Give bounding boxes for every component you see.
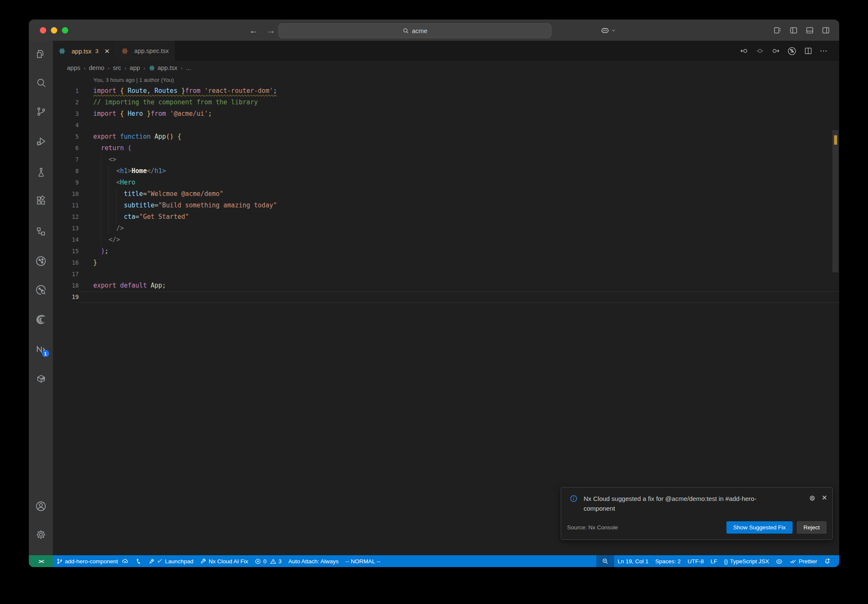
minimize-window-button[interactable] [51, 27, 57, 34]
search-icon [403, 28, 409, 34]
notification-settings-gear-icon[interactable] [809, 495, 816, 502]
line-number: 1 [53, 85, 79, 97]
zoom-out-item[interactable] [596, 555, 614, 567]
copilot-status-item[interactable] [772, 555, 786, 567]
run-target-icon[interactable] [787, 46, 797, 56]
show-suggested-fix-button[interactable]: Show Suggested Fix [726, 521, 793, 534]
tab-label: app.spec.tsx [134, 48, 169, 54]
code-line[interactable]: 18export default App; [53, 280, 839, 291]
code-content: title="Welcmoe @acme/demo" [79, 188, 839, 200]
encoding-item[interactable]: UTF-8 [684, 555, 707, 567]
code-line[interactable]: 13 /> [53, 223, 839, 234]
code-line[interactable]: 10 title="Welcmoe @acme/demo" [53, 188, 839, 200]
breadcrumb-item[interactable]: apps [67, 64, 80, 71]
code-line[interactable]: 15 ); [53, 246, 839, 257]
scrollbar-thumb[interactable] [832, 130, 838, 272]
notifications-bell-item[interactable] [821, 555, 839, 567]
navigate-back-icon[interactable]: ← [249, 26, 258, 35]
line-number: 2 [53, 97, 79, 108]
git-graph-item[interactable] [132, 555, 145, 567]
code-line[interactable]: 9 <Hero [53, 177, 839, 188]
testing-icon[interactable] [35, 166, 47, 178]
line-number: 3 [53, 108, 79, 120]
code-editor[interactable]: You, 3 hours ago | 1 author (You) 1impor… [53, 74, 839, 555]
breadcrumb-item[interactable]: demo [89, 64, 104, 71]
extensions-icon[interactable] [35, 195, 47, 207]
line-number: 7 [53, 154, 79, 165]
vim-mode-item[interactable]: -- NORMAL -- [342, 555, 384, 567]
code-line[interactable]: 7 <> [53, 154, 839, 165]
indentation-item[interactable]: Spaces: 2 [652, 555, 684, 567]
split-editor-icon[interactable] [804, 47, 812, 55]
check-all-icon [790, 558, 796, 565]
copilot-icon[interactable] [601, 26, 609, 35]
eol-item[interactable]: LF [707, 555, 721, 567]
zoom-window-button[interactable] [62, 27, 68, 34]
command-center-search[interactable]: acme [278, 23, 551, 38]
code-line[interactable]: 17 [53, 268, 839, 280]
chevron-down-icon[interactable] [611, 28, 616, 33]
code-line[interactable]: 1import { Route, Routes }from 'react-rou… [53, 85, 839, 97]
code-line[interactable]: 4 [53, 120, 839, 131]
code-line[interactable]: 11 subtitle="Build something amazing tod… [53, 200, 839, 211]
code-line[interactable]: 3import { Hero }from '@acme/ui'; [53, 108, 839, 120]
breadcrumb-item[interactable]: src [113, 64, 121, 71]
search-value: acme [412, 27, 428, 34]
navigate-forward-icon[interactable]: → [267, 26, 275, 35]
breadcrumb-separator: › [83, 65, 85, 71]
compare-change-icon[interactable] [756, 47, 764, 55]
activity-bar: 1 [29, 41, 53, 555]
source-control-icon[interactable] [35, 106, 47, 117]
tab-app-spec-tsx[interactable]: app.spec.tsx [116, 41, 175, 61]
language-mode-item[interactable]: {} TypeScript JSX [721, 555, 772, 567]
remote-indicator[interactable]: >< [29, 555, 53, 567]
auto-attach-item[interactable]: Auto Attach: Always [285, 555, 342, 567]
code-line[interactable]: 14 </> [53, 234, 839, 246]
notification-close-icon[interactable]: ✕ [822, 495, 827, 501]
close-tab-icon[interactable]: ✕ [104, 48, 110, 55]
nx-graph-search-icon[interactable] [35, 284, 47, 296]
reject-button[interactable]: Reject [797, 521, 826, 534]
search-icon[interactable] [35, 77, 47, 89]
package-icon[interactable] [35, 373, 47, 385]
git-branch-item[interactable]: add-hero-component [53, 555, 132, 567]
customize-layout-icon[interactable] [773, 26, 782, 34]
run-debug-icon[interactable] [35, 135, 47, 147]
settings-gear-icon[interactable] [35, 528, 47, 540]
type-hierarchy-icon[interactable] [35, 226, 47, 238]
notification-toast: Nx Cloud suggested a fix for @acme/demo:… [561, 487, 833, 540]
toggle-primary-sidebar-icon[interactable] [790, 26, 798, 34]
tab-app-tsx[interactable]: app.tsx 3 ✕ [53, 41, 116, 62]
nx-console-icon[interactable]: 1 [35, 343, 47, 355]
breadcrumb-item[interactable]: app.tsx [158, 64, 178, 71]
explorer-icon[interactable] [35, 48, 47, 60]
code-line[interactable]: 12 cta="Get Started" [53, 211, 839, 223]
toggle-secondary-sidebar-icon[interactable] [822, 26, 830, 34]
breadcrumb-item[interactable]: app [130, 64, 140, 71]
formatter-item[interactable]: Prettier [786, 555, 821, 567]
code-line[interactable]: 16} [53, 257, 839, 268]
launchpad-item[interactable]: Launchpad [145, 555, 197, 567]
git-blame-annotation: You, 3 hours ago | 1 author (You) [53, 74, 839, 85]
nx-cloud-fix-item[interactable]: Nx Cloud AI Fix [197, 555, 251, 567]
toggle-panel-icon[interactable] [806, 26, 814, 34]
close-window-button[interactable] [40, 27, 46, 34]
indent-guide [101, 154, 101, 246]
code-line[interactable]: 8 <h1>Home</h1> [53, 165, 839, 177]
react-test-icon [121, 48, 128, 55]
edge-browser-icon[interactable] [35, 313, 47, 325]
code-line[interactable]: 2// importing the component from the lib… [53, 97, 839, 108]
overview-ruler-warning-marker [834, 135, 837, 145]
nx-graph-icon[interactable] [35, 255, 47, 267]
cursor-position-item[interactable]: Ln 19, Col 1 [614, 555, 652, 567]
code-line[interactable]: 5export function App() { [53, 131, 839, 143]
code-line[interactable]: 19 [53, 291, 839, 303]
problems-item[interactable]: 0 3 [251, 555, 285, 567]
code-line[interactable]: 6 return ( [53, 143, 839, 154]
accounts-icon[interactable] [35, 500, 47, 512]
next-change-icon[interactable] [771, 47, 780, 55]
breadcrumb-overflow[interactable]: ... [186, 64, 191, 71]
previous-change-icon[interactable] [740, 47, 748, 55]
more-actions-icon[interactable]: ⋯ [820, 46, 828, 56]
code-content: import { Route, Routes }from 'react-rout… [79, 85, 839, 97]
